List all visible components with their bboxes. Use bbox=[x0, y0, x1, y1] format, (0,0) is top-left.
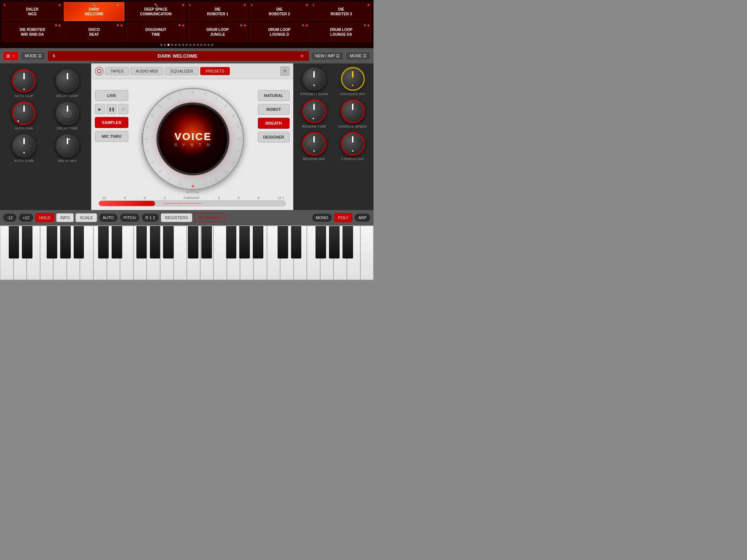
mono-button[interactable]: MONO bbox=[312, 213, 332, 222]
arp-button[interactable]: ARP bbox=[354, 213, 371, 222]
mode-button[interactable]: MODE ☰ bbox=[21, 52, 46, 60]
preset-disco-beat[interactable]: S ★ DISCOBEAT bbox=[64, 23, 124, 42]
preset-dark-welcome[interactable]: S ★ 🔧 DARKWELCOME bbox=[64, 2, 124, 21]
info-button[interactable]: INFO bbox=[56, 213, 74, 222]
record-button[interactable] bbox=[95, 67, 104, 75]
dot-active[interactable] bbox=[167, 44, 170, 46]
dot[interactable] bbox=[208, 44, 210, 46]
black-key[interactable] bbox=[201, 226, 212, 258]
preset-drum-loop-jungle[interactable]: S ★ DRUM LOOPJUNGLE bbox=[187, 23, 248, 42]
delay-loop-knob[interactable] bbox=[55, 69, 79, 93]
black-key[interactable] bbox=[291, 226, 302, 258]
pitch-button[interactable]: PITCH bbox=[120, 213, 140, 222]
auto-clip-knob[interactable] bbox=[12, 69, 36, 93]
robot-button[interactable]: ROBOT bbox=[258, 104, 290, 115]
black-key[interactable] bbox=[74, 226, 84, 258]
voice-dial[interactable]: VOICE S Y N T H SHIFT PITCH bbox=[142, 88, 244, 190]
black-key[interactable] bbox=[253, 226, 263, 258]
dot[interactable] bbox=[164, 44, 166, 46]
dot[interactable] bbox=[200, 44, 202, 46]
formant-slider[interactable] bbox=[98, 201, 286, 206]
dot[interactable] bbox=[204, 44, 206, 46]
keyboard-button[interactable]: KEYBOARD bbox=[194, 213, 224, 222]
dot[interactable] bbox=[189, 44, 191, 46]
grid-button[interactable]: ⊞ ★ bbox=[3, 51, 19, 61]
mic-thru-button[interactable]: MIC THRU bbox=[95, 131, 128, 142]
black-key[interactable] bbox=[188, 226, 198, 258]
natural-button[interactable]: NATURAL bbox=[258, 90, 290, 101]
black-key[interactable] bbox=[22, 226, 32, 258]
pause-button[interactable]: ❚❚ bbox=[107, 104, 117, 114]
dot[interactable] bbox=[186, 44, 188, 46]
black-key[interactable] bbox=[342, 226, 353, 258]
preset-dalek-nice[interactable]: L ★ DALEKNICE bbox=[2, 2, 62, 21]
black-key[interactable] bbox=[163, 226, 174, 258]
registers-button[interactable]: REGISTERS bbox=[161, 213, 192, 222]
poly-button[interactable]: POLY bbox=[334, 213, 353, 222]
black-key[interactable] bbox=[226, 226, 237, 258]
dot[interactable] bbox=[171, 44, 173, 46]
preset-die-roboter-1[interactable]: L ★ DIEROBOTER 1 bbox=[187, 2, 248, 21]
scale-button[interactable]: SCALE bbox=[76, 213, 97, 222]
chorus-mix-group: CHORUS MIX bbox=[335, 132, 371, 161]
tab-equalizer[interactable]: EQUALIZER bbox=[165, 67, 198, 75]
tab-audio-midi[interactable]: AUDIO MIDI bbox=[130, 67, 163, 75]
auto-pan-knob[interactable] bbox=[12, 101, 36, 125]
designer-button[interactable]: DESIGNER bbox=[258, 132, 290, 143]
dot[interactable] bbox=[160, 44, 162, 46]
white-key[interactable] bbox=[174, 226, 187, 280]
black-key[interactable] bbox=[316, 226, 326, 258]
dot[interactable] bbox=[178, 44, 181, 46]
preset-drum-loop-lounge-d[interactable]: S ★ DRUM LOOPLOUNGE D bbox=[249, 23, 309, 42]
preset-deep-space[interactable]: 🔧 ★ DEEP SPACECOMMUNICATION bbox=[126, 2, 186, 21]
dot[interactable] bbox=[193, 44, 195, 46]
black-key[interactable] bbox=[112, 226, 122, 258]
white-key[interactable] bbox=[213, 226, 227, 280]
stop-button[interactable]: □ bbox=[118, 104, 128, 114]
vocoder-mix-knob[interactable] bbox=[341, 67, 365, 91]
auto-gain-knob[interactable] bbox=[12, 134, 36, 158]
minus12-button[interactable]: -12 bbox=[3, 213, 17, 222]
new-imp-button[interactable]: NEW / IMP ☰ bbox=[311, 52, 344, 60]
dot[interactable] bbox=[182, 44, 184, 46]
preset-die-roboter-3[interactable]: L ★ DIEROBOTER 3 bbox=[311, 2, 371, 21]
reverb-mix-knob[interactable] bbox=[302, 132, 326, 156]
delay-mix-knob[interactable] bbox=[55, 134, 79, 158]
black-key[interactable] bbox=[278, 226, 288, 258]
preset-star-button[interactable]: ★ bbox=[300, 53, 304, 59]
black-key[interactable] bbox=[239, 226, 250, 258]
plus12-button[interactable]: +12 bbox=[19, 213, 34, 222]
chorus-mix-knob[interactable] bbox=[341, 132, 365, 156]
tab-presets[interactable]: PRESETS bbox=[200, 67, 230, 75]
live-button[interactable]: LIVE bbox=[95, 90, 128, 101]
strobo-slew-knob[interactable] bbox=[302, 67, 326, 91]
auto-button[interactable]: AUTO bbox=[99, 213, 118, 222]
preset-die-roboter-2[interactable]: L ★ DIEROBOTER 2 bbox=[249, 2, 309, 21]
more-button[interactable]: MORE ☰ bbox=[346, 52, 371, 60]
sampler-button[interactable]: SAMPLER bbox=[95, 117, 128, 128]
tab-tapes[interactable]: TAPES bbox=[105, 67, 129, 75]
black-key[interactable] bbox=[47, 226, 57, 258]
tab-add-button[interactable]: + bbox=[280, 66, 290, 76]
breath-button[interactable]: BREATH bbox=[258, 118, 290, 129]
dot[interactable] bbox=[211, 44, 213, 46]
hold-button[interactable]: HOLD bbox=[35, 213, 55, 222]
black-key[interactable] bbox=[329, 226, 340, 258]
reverb-time-knob[interactable] bbox=[302, 100, 326, 123]
delay-time-knob[interactable]: ∞ bbox=[55, 101, 79, 125]
keyboard[interactable] bbox=[0, 225, 374, 280]
chorus-speed-knob[interactable] bbox=[341, 100, 365, 123]
black-key[interactable] bbox=[98, 226, 109, 258]
black-key[interactable] bbox=[136, 226, 147, 258]
preset-drum-loop-lounge-da[interactable]: S ★ DRUM LOOPLOUNGE DA bbox=[311, 23, 371, 42]
play-button[interactable]: ▶ bbox=[95, 104, 105, 114]
dot[interactable] bbox=[197, 44, 199, 46]
white-key[interactable] bbox=[360, 226, 374, 280]
black-key[interactable] bbox=[150, 226, 160, 258]
black-key[interactable] bbox=[9, 226, 19, 258]
preset-die-roboter-wir[interactable]: S ★ DIE ROBOTERWIR SIND DA bbox=[2, 23, 62, 42]
r12-button[interactable]: R 1 2 bbox=[142, 213, 159, 222]
dot[interactable] bbox=[175, 44, 177, 46]
black-key[interactable] bbox=[60, 226, 71, 258]
preset-doughnut-time[interactable]: S ★ DOUGHNUTTIME bbox=[126, 23, 186, 42]
